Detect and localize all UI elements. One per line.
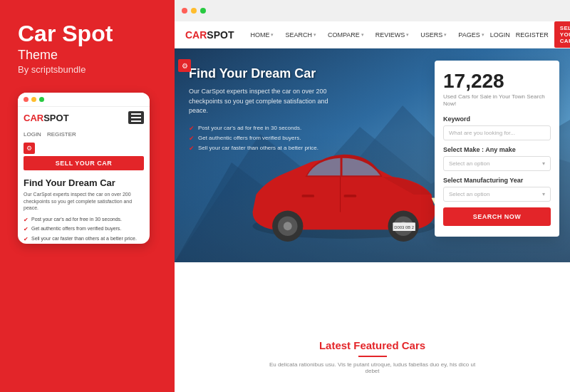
hero-title: Find Your Dream Car xyxy=(189,66,331,81)
browser-bar xyxy=(175,0,570,21)
search-count: 17,228 xyxy=(443,71,551,91)
mobile-logo-car: CAR xyxy=(24,113,43,123)
nav-right: LOGIN REGISTER SELL YOUR CAR xyxy=(490,21,570,48)
nav-label-home: HOME xyxy=(250,31,269,38)
chevron-down-icon: ▾ xyxy=(482,32,484,38)
chevron-down-icon: ▾ xyxy=(542,160,545,167)
desktop-logo: CARSPOT xyxy=(185,29,234,41)
mobile-dot-red xyxy=(24,97,28,102)
car-svg: D003 0B 2 xyxy=(232,113,456,269)
chevron-down-icon: ▾ xyxy=(444,32,447,38)
nav-item-home[interactable]: HOME ▾ xyxy=(244,31,279,38)
left-panel: Car Spot Theme By scriptsbundle CARSPOT … xyxy=(0,0,175,392)
featured-section: Latest Featured Cars Eu delicata rationi… xyxy=(175,321,570,392)
chevron-down-icon: ▾ xyxy=(271,32,274,38)
settings-icon: ⚙ xyxy=(178,59,191,72)
mobile-bullet-2: ✔ Get authentic offers from verified buy… xyxy=(18,225,150,234)
featured-divider xyxy=(358,356,387,357)
browser-dot-yellow xyxy=(191,8,197,14)
mobile-nav-register[interactable]: REGISTER xyxy=(47,131,76,138)
svg-rect-12 xyxy=(344,195,357,197)
svg-point-9 xyxy=(284,222,292,230)
mobile-sell-button[interactable]: SELL YOUR CAR xyxy=(24,156,144,170)
keyword-placeholder: What are you looking for... xyxy=(449,130,515,136)
bullet-icon: ✔ xyxy=(189,125,195,132)
make-label: Select Make : Any make xyxy=(443,146,551,153)
desktop-logo-car: CAR xyxy=(185,29,207,41)
bullet-icon: ✔ xyxy=(24,225,28,233)
bullet-icon: ✔ xyxy=(24,235,28,243)
featured-subtitle: Eu delicata rationibus usu. Vis te putan… xyxy=(266,361,480,374)
mobile-hero-desc: Our CarSpot experts inspect the car on o… xyxy=(18,191,150,215)
chevron-down-icon: ▾ xyxy=(361,32,364,38)
nav-items: HOME ▾ SEARCH ▾ COMPARE ▾ REVIEWS ▾ USER… xyxy=(244,31,489,38)
browser-dot-red xyxy=(182,8,187,14)
hamburger-line xyxy=(131,120,141,122)
desktop-logo-spot: SPOT xyxy=(207,29,234,41)
mobile-mockup: CARSPOT LOGIN REGISTER ⚙ SELL YOUR CAR F… xyxy=(18,93,150,244)
nav-login-link[interactable]: LOGIN xyxy=(490,31,510,38)
nav-label-users: USERS xyxy=(420,31,442,38)
mobile-dot-yellow xyxy=(31,97,36,102)
hamburger-line xyxy=(131,117,141,118)
right-panel: CARSPOT HOME ▾ SEARCH ▾ COMPARE ▾ REVIEW… xyxy=(175,0,570,392)
year-select[interactable]: Select an option ▾ xyxy=(443,187,551,202)
app-title: Car Spot xyxy=(18,21,157,46)
bullet-icon: ✔ xyxy=(24,216,28,224)
mobile-logo: CARSPOT xyxy=(24,113,69,123)
svg-text:D003 0B 2: D003 0B 2 xyxy=(394,225,414,229)
app-subtitle: Theme xyxy=(18,48,157,63)
mobile-gear-icon: ⚙ xyxy=(24,143,35,154)
featured-title-plain: Latest xyxy=(319,339,353,351)
search-widget: 17,228 Used Cars for Sale in Your Town S… xyxy=(435,61,559,237)
mobile-bullet-text: Get authentic offers from verified buyer… xyxy=(31,225,121,232)
nav-sell-button[interactable]: SELL YOUR CAR xyxy=(554,21,570,48)
mobile-hero-title: Find Your Dream Car xyxy=(18,174,150,191)
year-label: Select Manufacturing Year xyxy=(443,177,551,184)
nav-register-link[interactable]: REGISTER xyxy=(516,31,549,38)
make-select[interactable]: Select an option ▾ xyxy=(443,156,551,171)
mobile-browser-bar xyxy=(18,93,150,106)
hero-description: Our CarSpot experts inspect the car on o… xyxy=(189,87,331,116)
nav-item-users[interactable]: USERS ▾ xyxy=(415,31,452,38)
mobile-dot-green xyxy=(39,97,44,102)
desktop-nav: CARSPOT HOME ▾ SEARCH ▾ COMPARE ▾ REVIEW… xyxy=(175,21,570,48)
mobile-header: CARSPOT xyxy=(18,106,150,128)
mobile-bullet-text: Sell your car faster than others at a be… xyxy=(31,235,137,242)
search-now-button[interactable]: SEARCH NOW xyxy=(443,207,551,226)
nav-label-pages: PAGES xyxy=(458,31,480,38)
nav-item-reviews[interactable]: REVIEWS ▾ xyxy=(370,31,415,38)
mobile-nav: LOGIN REGISTER xyxy=(18,128,150,140)
desktop-content: CARSPOT HOME ▾ SEARCH ▾ COMPARE ▾ REVIEW… xyxy=(175,21,570,392)
mobile-bullet-text: Post your car's ad for free in 30 second… xyxy=(31,216,122,223)
chevron-down-icon: ▾ xyxy=(406,32,409,38)
chevron-down-icon: ▾ xyxy=(542,191,545,197)
mobile-nav-login[interactable]: LOGIN xyxy=(24,131,41,138)
nav-label-search: SEARCH xyxy=(285,31,312,38)
keyword-input[interactable]: What are you looking for... xyxy=(443,125,551,140)
svg-rect-13 xyxy=(301,195,314,197)
nav-item-compare[interactable]: COMPARE ▾ xyxy=(322,31,370,38)
nav-label-reviews: REVIEWS xyxy=(375,31,405,38)
search-count-desc: Used Cars for Sale in Your Town Search N… xyxy=(443,93,551,108)
featured-title-colored: Featured Cars xyxy=(353,339,425,351)
hamburger-line xyxy=(131,113,141,115)
mobile-bullet-3: ✔ Sell your car faster than others at a … xyxy=(18,234,150,244)
bullet-icon: ✔ xyxy=(189,135,195,142)
nav-item-pages[interactable]: PAGES ▾ xyxy=(452,31,489,38)
hamburger-icon[interactable] xyxy=(128,111,144,124)
make-placeholder: Select an option xyxy=(449,160,489,167)
nav-item-search[interactable]: SEARCH ▾ xyxy=(279,31,322,38)
browser-dot-green xyxy=(200,8,206,14)
featured-title: Latest Featured Cars xyxy=(319,339,425,351)
chevron-down-icon: ▾ xyxy=(314,32,316,38)
year-placeholder: Select an option xyxy=(449,191,489,197)
app-author: By scriptsbundle xyxy=(18,64,157,75)
nav-label-compare: COMPARE xyxy=(328,31,360,38)
bullet-icon: ✔ xyxy=(189,145,195,152)
car-image: D003 0B 2 xyxy=(232,113,456,269)
keyword-label: Keyword xyxy=(443,115,551,123)
mobile-bullet-1: ✔ Post your car's ad for free in 30 seco… xyxy=(18,215,150,225)
mobile-logo-spot: SPOT xyxy=(43,113,68,123)
